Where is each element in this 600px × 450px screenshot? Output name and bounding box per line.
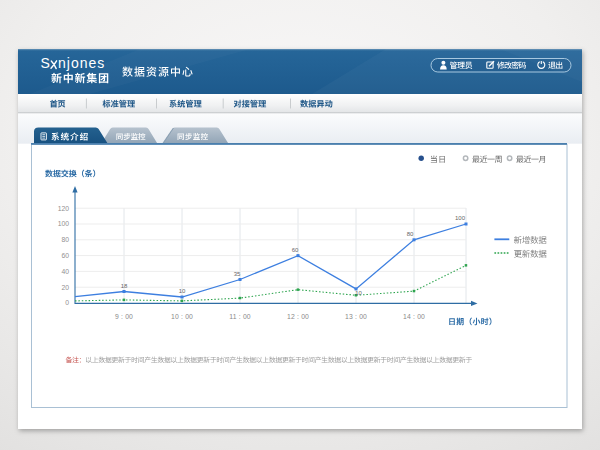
svg-text:100: 100 [455, 215, 466, 221]
svg-text:20: 20 [61, 284, 69, 291]
svg-text:10: 10 [179, 288, 186, 294]
svg-text:10 : 00: 10 : 00 [171, 313, 193, 320]
svg-text:80: 80 [407, 231, 414, 237]
svg-text:njones: njones [58, 55, 105, 71]
svg-text:40: 40 [61, 268, 69, 275]
svg-text:13 : 00: 13 : 00 [345, 313, 367, 320]
svg-text:9 : 00: 9 : 00 [115, 313, 133, 320]
svg-text:18: 18 [121, 283, 128, 289]
svg-text:60: 60 [292, 247, 299, 253]
svg-text:12 : 00: 12 : 00 [287, 313, 309, 320]
svg-text:80: 80 [61, 236, 69, 243]
svg-text:120: 120 [58, 205, 70, 212]
svg-text:0: 0 [65, 299, 69, 306]
svg-text:60: 60 [61, 252, 69, 259]
svg-text:100: 100 [58, 220, 70, 227]
svg-text:35: 35 [234, 271, 241, 277]
svg-text:S: S [41, 55, 51, 71]
svg-text:11 : 00: 11 : 00 [229, 313, 251, 320]
svg-text:14 : 00: 14 : 00 [403, 313, 425, 320]
svg-text:10: 10 [355, 290, 362, 296]
